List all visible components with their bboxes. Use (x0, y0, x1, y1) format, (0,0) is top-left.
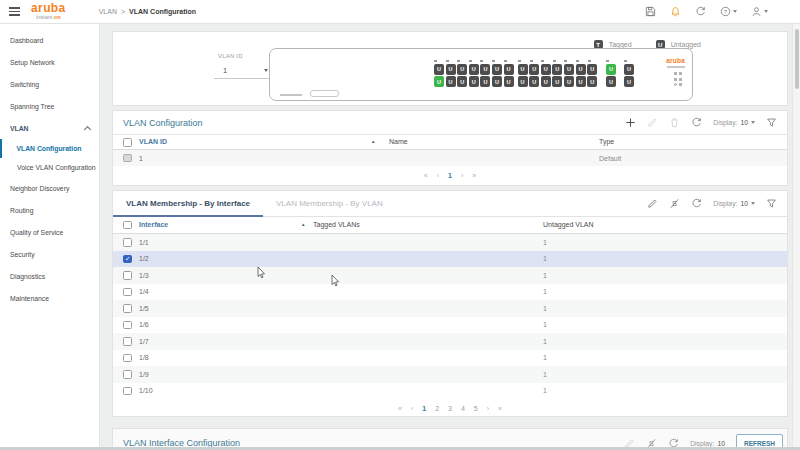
membership-row-1-6[interactable]: 1/61 (113, 317, 787, 334)
switch-port[interactable]: U (434, 76, 444, 87)
sidebar-item-quality-of-service[interactable]: Quality of Service (0, 221, 99, 243)
column-name[interactable]: Name (389, 138, 408, 145)
page-prev[interactable]: ‹ (411, 405, 413, 412)
switch-port[interactable]: U (457, 64, 467, 75)
switch-port[interactable]: U (529, 76, 539, 87)
switch-port[interactable]: U (492, 64, 502, 75)
sidebar-item-dashboard[interactable]: Dashboard (0, 29, 99, 51)
switch-port[interactable]: U (480, 76, 490, 87)
sort-asc-icon[interactable]: ▲ (301, 222, 305, 227)
edit-vlan-button[interactable] (647, 117, 658, 128)
sidebar-item-neighbor-discovery[interactable]: Neighbor Discovery (0, 177, 99, 199)
switch-port[interactable]: U (492, 76, 502, 87)
column-untagged-vlan[interactable]: Untagged VLAN (543, 221, 594, 228)
switch-port[interactable]: U (504, 76, 514, 87)
tab-by-vlan[interactable]: VLAN Membership - By VLAN (263, 191, 396, 216)
switch-port[interactable]: U (446, 64, 456, 75)
page-last[interactable]: » (472, 172, 476, 179)
row-checkbox[interactable] (123, 321, 132, 330)
membership-row-1-5[interactable]: 1/51 (113, 300, 787, 317)
row-checkbox[interactable] (123, 354, 132, 363)
switch-port[interactable]: U (446, 76, 456, 87)
filter-icon[interactable] (766, 117, 777, 128)
row-checkbox[interactable] (123, 337, 132, 346)
sidebar-item-setup-network[interactable]: Setup Network (0, 51, 99, 73)
membership-row-1-8[interactable]: 1/81 (113, 350, 787, 367)
select-all-checkbox[interactable] (123, 221, 132, 230)
save-config-icon[interactable] (645, 6, 656, 17)
sidebar-item-vlan[interactable]: VLAN (0, 117, 99, 139)
row-checkbox[interactable] (123, 370, 132, 379)
switch-port[interactable]: U (529, 64, 539, 75)
display-count-select[interactable]: Display: 10 (713, 119, 755, 126)
clear-selection-icon[interactable]: S (669, 198, 680, 209)
account-menu[interactable] (751, 6, 768, 17)
switch-port[interactable]: U (576, 64, 586, 75)
select-all-checkbox[interactable] (123, 138, 132, 147)
switch-port[interactable]: U (576, 76, 586, 87)
row-checkbox[interactable] (123, 387, 132, 396)
hamburger-menu-icon[interactable] (9, 7, 20, 16)
vlan-table-row[interactable]: 1 Default (113, 150, 787, 166)
page-1[interactable]: 1 (448, 172, 452, 179)
switch-port[interactable]: U (480, 64, 490, 75)
sidebar-item-maintenance[interactable]: Maintenance (0, 287, 99, 309)
page-5[interactable]: 5 (474, 405, 478, 412)
membership-row-1-7[interactable]: 1/71 (113, 333, 787, 350)
switch-port[interactable]: U (564, 64, 574, 75)
row-checkbox[interactable] (123, 288, 132, 297)
page-4[interactable]: 4 (461, 405, 465, 412)
switch-port[interactable]: U (552, 64, 562, 75)
scrollbar-thumb[interactable] (795, 29, 800, 89)
page-next[interactable]: › (487, 405, 489, 412)
column-vlan-id[interactable]: VLAN ID (139, 138, 167, 145)
page-next[interactable]: › (461, 172, 463, 179)
switch-port[interactable]: U (587, 76, 597, 87)
scrollbar-track[interactable] (792, 24, 800, 450)
sidebar-item-spanning-tree[interactable]: Spanning Tree (0, 95, 99, 117)
row-checkbox[interactable] (123, 304, 132, 313)
switch-port[interactable]: U (624, 64, 634, 75)
sidebar-item-diagnostics[interactable]: Diagnostics (0, 265, 99, 287)
membership-row-1-2[interactable]: 1/21 (113, 251, 787, 268)
page-3[interactable]: 3 (448, 405, 452, 412)
switch-port[interactable]: U (606, 76, 616, 87)
switch-port[interactable]: U (606, 64, 616, 75)
column-type[interactable]: Type (599, 138, 614, 145)
row-checkbox[interactable] (123, 238, 132, 247)
switch-port[interactable]: U (457, 76, 467, 87)
membership-row-1-10[interactable]: 1/101 (113, 383, 787, 400)
sidebar-item-security[interactable]: Security (0, 243, 99, 265)
column-tagged-vlans[interactable]: Tagged VLANs (313, 221, 360, 228)
page-first[interactable]: « (398, 405, 402, 412)
sidebar-item-routing[interactable]: Routing (0, 199, 99, 221)
switch-port[interactable]: U (518, 64, 528, 75)
edit-membership-button[interactable] (647, 198, 658, 209)
page-first[interactable]: « (424, 172, 428, 179)
switch-port[interactable]: U (541, 64, 551, 75)
switch-port[interactable]: U (564, 76, 574, 87)
column-interface[interactable]: Interface (139, 221, 168, 228)
switch-port[interactable]: U (587, 64, 597, 75)
switch-port[interactable]: U (518, 76, 528, 87)
switch-port[interactable]: U (469, 76, 479, 87)
breadcrumb-parent[interactable]: VLAN (99, 8, 117, 15)
page-prev[interactable]: ‹ (437, 172, 439, 179)
page-1[interactable]: 1 (422, 405, 426, 412)
display-count-select[interactable]: Display: 10 (690, 440, 725, 447)
page-2[interactable]: 2 (435, 405, 439, 412)
add-vlan-button[interactable] (625, 117, 636, 128)
switch-port[interactable]: U (469, 64, 479, 75)
row-checkbox[interactable] (123, 271, 132, 280)
sort-asc-icon[interactable]: ▲ (371, 139, 375, 144)
vlan-id-dropdown[interactable]: 1 (214, 63, 271, 79)
filter-icon[interactable] (766, 198, 777, 209)
delete-vlan-button[interactable] (669, 117, 680, 128)
membership-row-1-9[interactable]: 1/91 (113, 366, 787, 383)
display-count-select[interactable]: Display: 10 (713, 200, 755, 207)
sidebar-item-voice-vlan-configuration[interactable]: Voice VLAN Configuration (0, 158, 99, 177)
tab-by-interface[interactable]: VLAN Membership - By Interface (113, 191, 263, 217)
switch-port[interactable]: U (504, 64, 514, 75)
switch-port[interactable]: U (624, 76, 634, 87)
help-menu[interactable]: ? (720, 6, 737, 17)
